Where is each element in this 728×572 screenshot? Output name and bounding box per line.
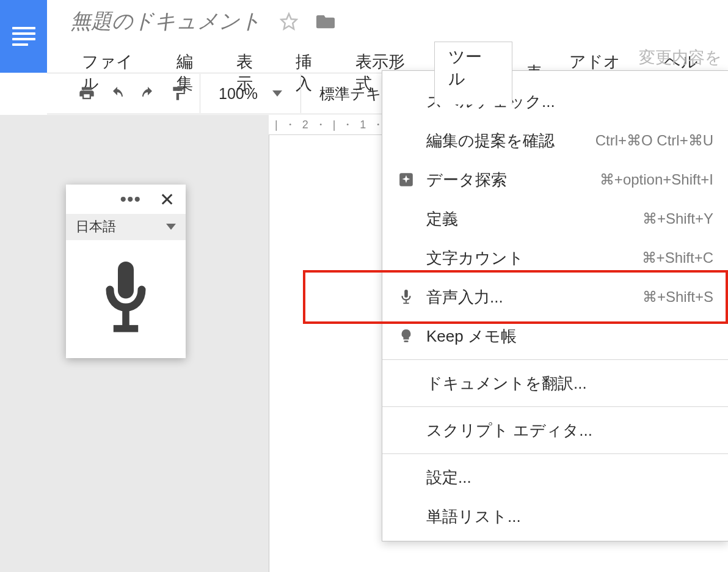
mic-icon [397, 289, 415, 305]
tools-dropdown: スペルチェック...編集の提案を確認Ctrl+⌘O Ctrl+⌘Uデータ探索⌘+… [382, 70, 728, 541]
tools-menu-item-label: 定義 [426, 208, 458, 230]
svg-rect-6 [406, 300, 407, 303]
svg-rect-3 [114, 324, 138, 332]
docs-logo[interactable] [0, 0, 47, 73]
svg-rect-8 [404, 340, 408, 342]
voice-mic-button[interactable] [66, 240, 186, 358]
docs-logo-lines-icon [12, 27, 35, 46]
document-title[interactable]: 無題のドキュメント [70, 7, 261, 35]
tools-menu-item[interactable]: 文字カウント⌘+Shift+C [382, 238, 728, 277]
svg-rect-7 [403, 302, 409, 304]
tools-menu-item[interactable]: 音声入力...⌘+Shift+S [382, 277, 728, 317]
tools-menu-item-label: 編集の提案を確認 [426, 130, 555, 152]
voice-typing-panel: ••• ✕ 日本語 [66, 185, 186, 358]
tools-menu-item-shortcut: ⌘+option+Shift+I [600, 171, 713, 188]
tools-menu-item-shortcut: ⌘+Shift+S [642, 288, 713, 306]
tools-menu-item-label: ドキュメントを翻訳... [426, 373, 587, 394]
paragraph-style-dropdown[interactable]: 標準テキ [307, 84, 394, 104]
paint-format-button[interactable] [163, 81, 194, 106]
tools-menu-item[interactable]: ドキュメントを翻訳... [382, 364, 728, 403]
print-button[interactable] [71, 81, 102, 106]
tools-menu-item[interactable]: Keep メモ帳 [382, 317, 728, 356]
tools-menu-item[interactable]: 単語リスト... [382, 497, 728, 536]
chevron-down-icon [166, 224, 176, 230]
tools-menu-item-shortcut: Ctrl+⌘O Ctrl+⌘U [595, 132, 713, 149]
svg-rect-1 [118, 261, 134, 298]
svg-rect-5 [404, 290, 408, 298]
voice-language-label: 日本語 [76, 218, 116, 236]
tools-menu-item[interactable]: 設定... [382, 458, 728, 497]
tools-menu-item-label: データ探索 [426, 169, 507, 191]
redo-button[interactable] [133, 81, 163, 106]
zoom-value: 100% [219, 85, 258, 103]
close-icon[interactable]: ✕ [159, 189, 175, 210]
tools-menu-item-label: 単語リスト... [426, 506, 521, 527]
svg-marker-0 [282, 14, 297, 29]
paragraph-style-label: 標準テキ [319, 85, 382, 102]
tools-menu-item[interactable]: スクリプト エディタ... [382, 411, 728, 450]
zoom-dropdown[interactable]: 100% [206, 85, 294, 103]
tools-menu-item[interactable]: データ探索⌘+option+Shift+I [382, 160, 728, 199]
changes-saved-text: 変更内容を [639, 46, 722, 68]
tools-menu-item-label: 音声入力... [426, 287, 503, 308]
tools-menu-item-shortcut: ⌘+Shift+Y [642, 210, 713, 227]
tools-menu-item-label: Keep メモ帳 [426, 326, 517, 347]
tools-menu-item-label: スクリプト エディタ... [426, 420, 592, 441]
voice-language-dropdown[interactable]: 日本語 [66, 214, 186, 240]
explore-icon [397, 172, 415, 188]
tools-menu-item-label: 設定... [426, 467, 471, 488]
svg-rect-2 [122, 307, 129, 327]
tools-menu-item[interactable]: 編集の提案を確認Ctrl+⌘O Ctrl+⌘U [382, 121, 728, 160]
more-options-icon[interactable]: ••• [120, 190, 141, 208]
chevron-down-icon [272, 90, 282, 97]
menu-tools[interactable]: ツール [434, 42, 512, 105]
tools-menu-item-shortcut: ⌘+Shift+C [642, 249, 713, 266]
undo-button[interactable] [102, 81, 133, 106]
folder-icon[interactable] [316, 13, 335, 29]
tools-menu-item[interactable]: 定義⌘+Shift+Y [382, 199, 728, 238]
tools-menu-item-label: 文字カウント [426, 248, 524, 269]
star-icon[interactable] [280, 12, 298, 31]
bulb-icon [397, 328, 415, 344]
